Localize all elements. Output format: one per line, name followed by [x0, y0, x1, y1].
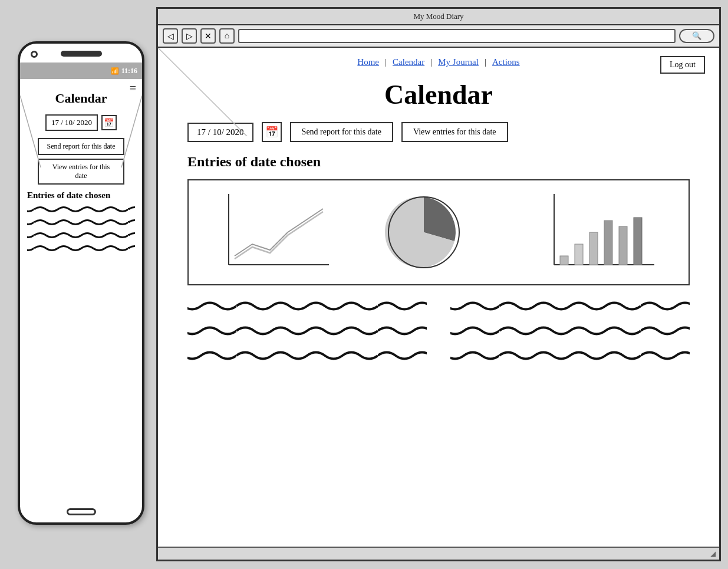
svg-rect-12	[604, 221, 612, 265]
close-icon: ✕	[205, 31, 212, 41]
phone-date-input[interactable]: 17 / 10/ 2020	[45, 114, 98, 131]
page-content: Home | Calendar | My Journal | Actions L…	[158, 48, 719, 547]
phone-home-button[interactable]	[67, 508, 96, 515]
browser-bottom-bar: ◢	[158, 547, 719, 560]
phone-camera	[31, 51, 38, 58]
browser-toolbar: ◁ ▷ ✕ ⌂ 🔍	[158, 25, 719, 48]
phone-entry-2	[27, 218, 135, 226]
home-button[interactable]: ⌂	[219, 28, 235, 44]
line-chart	[217, 188, 335, 277]
forward-button[interactable]: ▷	[182, 28, 197, 44]
url-bar[interactable]	[238, 29, 676, 43]
view-entries-button[interactable]: View entries for this date	[401, 122, 508, 142]
browser-window: My Mood Diary ◁ ▷ ✕ ⌂ 🔍 Home | Calend	[156, 7, 721, 561]
nav-journal[interactable]: My Journal	[438, 57, 479, 67]
nav-calendar[interactable]: Calendar	[393, 57, 424, 67]
phone-entries-title: Entries of date chosen	[27, 190, 135, 200]
entry-item-5	[187, 349, 427, 362]
send-report-button[interactable]: Send report for this date	[290, 122, 393, 142]
nav-actions[interactable]: Actions	[492, 57, 520, 67]
phone-time: 11:16	[121, 67, 137, 75]
entry-item-4	[450, 324, 690, 337]
controls-row: 17 / 10/ 2020 📅 Send report for this dat…	[158, 122, 719, 142]
page-title: Calendar	[158, 79, 719, 110]
entries-grid	[158, 300, 719, 362]
logout-button[interactable]: Log out	[660, 56, 705, 74]
forward-icon: ▷	[186, 31, 193, 41]
back-button[interactable]: ◁	[163, 28, 178, 44]
phone-entry-4	[27, 244, 135, 252]
browser-title: My Mood Diary	[413, 12, 463, 21]
phone-date-row: 17 / 10/ 2020 📅	[27, 114, 135, 131]
browser-titlebar: My Mood Diary	[158, 9, 719, 25]
nav-bar: Home | Calendar | My Journal | Actions L…	[158, 48, 719, 73]
phone-speaker	[61, 51, 102, 57]
svg-rect-9	[560, 256, 568, 265]
phone-entry-3	[27, 231, 135, 239]
close-button[interactable]: ✕	[200, 28, 216, 44]
home-icon: ⌂	[225, 31, 229, 41]
phone-screen: 📶 11:16 ≡ Calendar 17 / 10/ 2020 📅 Send …	[20, 63, 142, 504]
wifi-icon: 📶	[111, 67, 119, 75]
entry-item-2	[450, 300, 690, 313]
charts-container	[187, 179, 690, 285]
resize-handle-icon: ◢	[710, 550, 716, 558]
pie-chart	[380, 188, 498, 277]
search-icon: 🔍	[692, 31, 701, 41]
calendar-icon[interactable]: 📅	[262, 122, 282, 142]
entry-item-6	[450, 349, 690, 362]
phone-page-title: Calendar	[27, 91, 135, 106]
svg-rect-13	[619, 226, 627, 265]
phone-calendar-icon[interactable]: 📅	[101, 115, 117, 130]
phone-page-content: Calendar 17 / 10/ 2020 📅 Send report for…	[20, 79, 142, 262]
svg-rect-11	[589, 232, 598, 265]
date-input[interactable]: 17 / 10/ 2020	[187, 123, 253, 142]
nav-home[interactable]: Home	[357, 57, 379, 67]
phone-view-btn[interactable]: View entries for this date	[38, 159, 124, 185]
entry-item-3	[187, 324, 427, 337]
bar-chart	[542, 188, 660, 277]
phone-status-bar: 📶 11:16	[20, 63, 142, 79]
entries-title: Entries of date chosen	[158, 154, 719, 170]
svg-rect-10	[575, 244, 583, 265]
search-button[interactable]: 🔍	[679, 29, 714, 43]
entry-item-1	[187, 300, 427, 313]
back-icon: ◁	[167, 31, 174, 41]
phone-mockup: 📶 11:16 ≡ Calendar 17 / 10/ 2020 📅 Send …	[18, 41, 144, 525]
phone-entry-1	[27, 205, 135, 213]
phone-send-btn[interactable]: Send report for this date	[38, 138, 124, 155]
svg-rect-14	[634, 218, 642, 265]
